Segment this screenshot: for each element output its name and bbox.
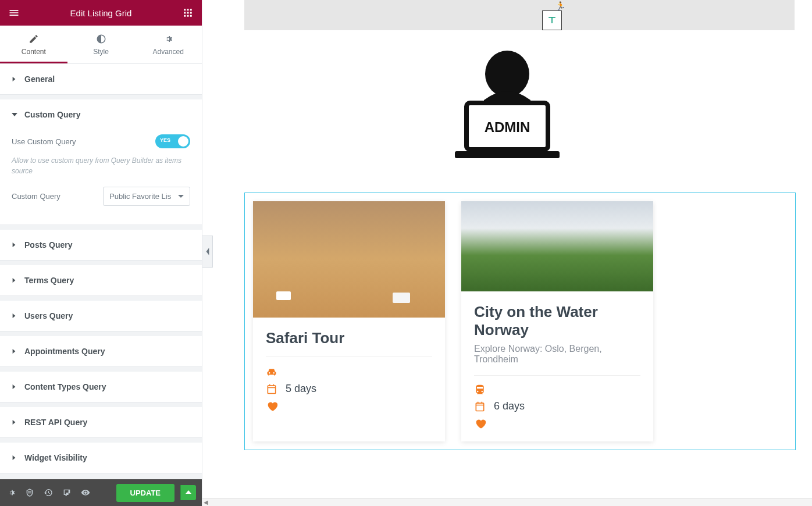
sidebar-header: Edit Listing Grid	[0, 0, 202, 26]
custom-query-body: Use Custom Query YES Allow to use custom…	[0, 130, 202, 225]
tab-advanced[interactable]: Advanced	[134, 26, 202, 63]
listing-card[interactable]: Safari Tour 5 days	[253, 201, 445, 441]
card-duration: 6 days	[494, 400, 525, 412]
settings-icon[interactable]	[6, 487, 16, 498]
svg-rect-0	[184, 9, 186, 10]
gear-icon	[163, 34, 173, 44]
card-image	[461, 201, 653, 291]
section-rest-api-query[interactable]: REST API Query	[0, 407, 202, 437]
card-image	[253, 201, 445, 318]
card-title: City on the Water Norway	[474, 303, 640, 339]
caret-right-icon	[12, 76, 17, 82]
svg-rect-11	[455, 151, 560, 158]
use-custom-query-toggle[interactable]: YES	[155, 134, 190, 148]
svg-rect-8	[190, 15, 192, 17]
calendar-icon	[266, 383, 277, 395]
section-custom-query[interactable]: Custom Query	[0, 99, 202, 130]
caret-right-icon	[12, 277, 17, 283]
svg-rect-6	[184, 15, 186, 17]
section-terms-query[interactable]: Terms Query	[0, 265, 202, 295]
panel-title: Edit Listing Grid	[21, 8, 181, 18]
responsive-icon[interactable]	[62, 487, 72, 498]
pencil-icon	[29, 34, 39, 44]
section-widget-visibility[interactable]: Widget Visibility	[0, 443, 202, 473]
tab-style[interactable]: Style	[67, 26, 135, 63]
listing-card[interactable]: City on the Water Norway Explore Norway:…	[461, 201, 653, 441]
listing-grid-widget[interactable]: Safari Tour 5 days City on the Water Nor…	[244, 193, 796, 450]
update-options-button[interactable]	[180, 485, 196, 500]
svg-point-9	[485, 51, 529, 97]
text-widget-handle[interactable]	[542, 10, 562, 30]
calendar-icon	[474, 401, 486, 412]
card-title: Safari Tour	[266, 329, 432, 357]
heart-icon[interactable]	[266, 400, 279, 412]
admin-avatar-icon: ADMIN	[452, 48, 562, 161]
svg-rect-1	[187, 9, 189, 10]
caret-right-icon	[12, 384, 17, 390]
admin-avatar-block: ADMIN	[202, 48, 812, 163]
svg-rect-2	[190, 9, 192, 10]
svg-rect-7	[187, 15, 189, 17]
editor-footer: UPDATE	[0, 479, 202, 506]
panel-scroll[interactable]: General Custom Query Use Custom Query YE…	[0, 64, 202, 479]
svg-rect-4	[187, 12, 189, 14]
caret-right-icon	[12, 313, 17, 319]
use-custom-query-desc: Allow to use custom query from Query Bui…	[12, 155, 190, 176]
heart-icon[interactable]	[474, 417, 487, 430]
update-button[interactable]: UPDATE	[116, 484, 174, 502]
card-subtitle: Explore Norway: Oslo, Bergen, Trondheim	[474, 344, 640, 365]
section-users-query[interactable]: Users Query	[0, 301, 202, 331]
collapse-sidebar-button[interactable]	[202, 236, 213, 268]
widgets-button[interactable]	[181, 6, 195, 20]
section-content-types-query[interactable]: Content Types Query	[0, 372, 202, 402]
tab-content[interactable]: Content	[0, 26, 67, 63]
caret-down-icon	[12, 112, 17, 117]
custom-query-select-label: Custom Query	[12, 192, 60, 201]
custom-query-select[interactable]: Public Favorite Lis	[103, 187, 190, 206]
preview-icon[interactable]	[80, 487, 91, 498]
preview-canvas: 🏃 ADMIN Safari Tour	[202, 0, 812, 506]
section-appointments-query[interactable]: Appointments Query	[0, 336, 202, 366]
caret-right-icon	[12, 455, 17, 461]
running-icon: 🏃	[555, 1, 565, 10]
svg-rect-5	[190, 12, 192, 14]
navigator-icon[interactable]	[24, 487, 35, 498]
card-duration: 5 days	[286, 383, 316, 395]
contrast-icon	[96, 34, 106, 44]
use-custom-query-label: Use Custom Query	[12, 137, 76, 146]
car-icon	[266, 366, 277, 378]
section-general[interactable]: General	[0, 64, 202, 94]
editor-sidebar: Edit Listing Grid Content Style Advanced	[0, 0, 202, 506]
caret-right-icon	[12, 242, 17, 248]
horizontal-scrollbar[interactable]: ◀	[202, 498, 812, 506]
svg-text:ADMIN: ADMIN	[485, 119, 530, 135]
caret-right-icon	[12, 348, 17, 354]
section-posts-query[interactable]: Posts Query	[0, 230, 202, 260]
train-icon	[474, 384, 486, 395]
editor-tabs: Content Style Advanced	[0, 26, 202, 64]
caret-right-icon	[12, 419, 17, 425]
menu-button[interactable]	[7, 6, 21, 20]
history-icon[interactable]	[43, 487, 54, 498]
canvas-topbar: 🏃	[244, 0, 795, 30]
svg-rect-3	[184, 12, 186, 14]
